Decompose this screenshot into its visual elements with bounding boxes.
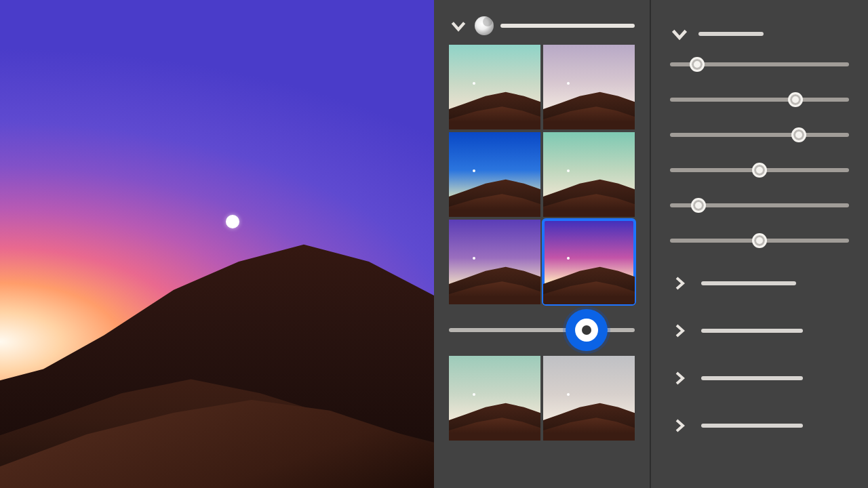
slider-6[interactable] [670, 239, 849, 243]
group-4[interactable] [670, 416, 849, 435]
slider-6-thumb[interactable] [752, 233, 767, 248]
intensity-thumb[interactable] [566, 309, 608, 351]
slider-3[interactable] [670, 133, 849, 137]
group-3-track [701, 376, 803, 380]
image-canvas[interactable] [0, 0, 434, 488]
presets-header-track[interactable] [500, 24, 635, 28]
slider-2[interactable] [670, 98, 849, 102]
preset-seafoam[interactable] [449, 356, 540, 441]
group-2[interactable] [670, 321, 849, 340]
slider-1[interactable] [670, 62, 849, 66]
sliders-panel [651, 0, 868, 488]
sliders-header [670, 24, 849, 43]
sliders-header-track [698, 32, 764, 36]
presets-panel [434, 0, 651, 488]
slider-1-thumb[interactable] [690, 57, 705, 72]
group-2-track [701, 329, 803, 333]
slider-5-thumb[interactable] [691, 198, 706, 213]
chevron-right-icon[interactable] [670, 369, 689, 388]
slider-4[interactable] [670, 168, 849, 172]
orb-icon[interactable] [475, 16, 494, 35]
preset-mint[interactable] [543, 132, 635, 217]
group-4-track [701, 424, 803, 428]
preset-grid [449, 45, 635, 441]
dunes-art [0, 205, 434, 488]
preset-bluesky[interactable] [449, 132, 540, 217]
collapsed-groups [670, 274, 849, 435]
preset-intensity-slider[interactable] [449, 310, 635, 350]
chevron-right-icon[interactable] [670, 274, 689, 293]
chevron-down-icon[interactable] [449, 16, 468, 35]
slider-2-thumb[interactable] [788, 92, 803, 107]
group-3[interactable] [670, 369, 849, 388]
preset-lavender[interactable] [543, 45, 635, 129]
preset-sunset[interactable] [543, 220, 635, 304]
group-1[interactable] [670, 274, 849, 293]
slider-3-thumb[interactable] [791, 127, 806, 142]
slider-group [670, 62, 849, 243]
slider-5[interactable] [670, 203, 849, 207]
chevron-down-icon[interactable] [670, 24, 689, 43]
chevron-right-icon[interactable] [670, 321, 689, 340]
preset-teal[interactable] [449, 45, 540, 129]
preset-haze[interactable] [543, 356, 635, 441]
preset-violet[interactable] [449, 220, 540, 304]
chevron-right-icon[interactable] [670, 416, 689, 435]
slider-4-thumb[interactable] [752, 163, 767, 178]
presets-header [449, 16, 635, 35]
group-1-track [701, 281, 796, 285]
